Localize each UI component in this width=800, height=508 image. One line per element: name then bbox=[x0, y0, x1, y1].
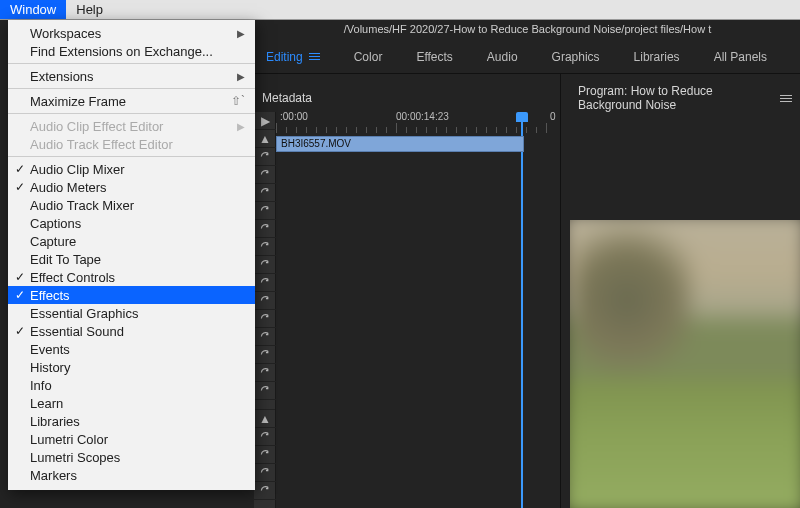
track-sync-lock-icon[interactable] bbox=[254, 346, 276, 364]
menu-item-lumetri-scopes[interactable]: Lumetri Scopes bbox=[8, 448, 255, 466]
timecode-label: 0 bbox=[550, 111, 556, 122]
track-sync-lock-icon[interactable] bbox=[254, 184, 276, 202]
menu-item-effect-controls[interactable]: ✓Effect Controls bbox=[8, 268, 255, 286]
workspace-tab-libraries[interactable]: Libraries bbox=[634, 50, 680, 64]
workspace-tab-effects[interactable]: Effects bbox=[416, 50, 452, 64]
menu-item-audio-track-editor: Audio Track Effect Editor bbox=[8, 135, 255, 153]
menu-shortcut: ⇧` bbox=[231, 94, 245, 108]
workspace-tabs: Editing Color Effects Audio Graphics Lib… bbox=[254, 40, 800, 74]
menu-item-markers[interactable]: Markers bbox=[8, 466, 255, 484]
track-sync-lock-icon[interactable] bbox=[254, 310, 276, 328]
track-sync-lock-icon[interactable] bbox=[254, 382, 276, 400]
track-sync-lock-icon[interactable] bbox=[254, 292, 276, 310]
workspace-tab-all-panels[interactable]: All Panels bbox=[714, 50, 767, 64]
menu-item-capture[interactable]: Capture bbox=[8, 232, 255, 250]
menu-item-lumetri-color[interactable]: Lumetri Color bbox=[8, 430, 255, 448]
panel-program-tab[interactable]: Program: How to Reduce Background Noise bbox=[570, 83, 800, 113]
menu-item-essential-graphics[interactable]: Essential Graphics bbox=[8, 304, 255, 322]
timeline-panel: ▶ ▲ ▲ :00:00 00:00:14:23 0 bbox=[254, 112, 560, 508]
timeline-play-icon[interactable]: ▶ bbox=[254, 112, 276, 130]
menu-item-history[interactable]: History bbox=[8, 358, 255, 376]
check-icon: ✓ bbox=[12, 180, 28, 194]
menu-item-events[interactable]: Events bbox=[8, 340, 255, 358]
hamburger-icon[interactable] bbox=[309, 53, 320, 60]
menu-item-learn[interactable]: Learn bbox=[8, 394, 255, 412]
check-icon: ✓ bbox=[12, 324, 28, 338]
menu-item-find-extensions[interactable]: Find Extensions on Exchange... bbox=[8, 42, 255, 60]
track-sync-lock-icon[interactable] bbox=[254, 166, 276, 184]
window-menu-dropdown: Workspaces▶ Find Extensions on Exchange.… bbox=[8, 20, 255, 490]
check-icon: ✓ bbox=[12, 288, 28, 302]
workspace-tab-audio[interactable]: Audio bbox=[487, 50, 518, 64]
menu-item-edit-to-tape[interactable]: Edit To Tape bbox=[8, 250, 255, 268]
track-sync-lock-icon[interactable] bbox=[254, 364, 276, 382]
ruler-ticks bbox=[276, 123, 560, 133]
workspace-tab-editing[interactable]: Editing bbox=[266, 50, 320, 64]
menu-item-workspaces[interactable]: Workspaces▶ bbox=[8, 24, 255, 42]
timecode-label: :00:00 bbox=[280, 111, 308, 122]
menu-bar: Window Help bbox=[0, 0, 800, 20]
panel-divider[interactable] bbox=[560, 74, 561, 508]
track-sync-lock-icon[interactable] bbox=[254, 202, 276, 220]
menu-separator bbox=[8, 63, 255, 64]
track-sync-lock-icon[interactable] bbox=[254, 148, 276, 166]
track-expand-icon[interactable]: ▲ bbox=[254, 410, 276, 428]
track-collapse-icon[interactable]: ▲ bbox=[254, 130, 276, 148]
menu-separator bbox=[8, 113, 255, 114]
workspace-tab-graphics[interactable]: Graphics bbox=[552, 50, 600, 64]
menu-item-audio-meters[interactable]: ✓Audio Meters bbox=[8, 178, 255, 196]
menu-separator bbox=[8, 156, 255, 157]
playhead[interactable] bbox=[516, 112, 528, 122]
track-sync-lock-icon[interactable] bbox=[254, 464, 276, 482]
menu-item-libraries[interactable]: Libraries bbox=[8, 412, 255, 430]
track-sync-lock-icon[interactable] bbox=[254, 220, 276, 238]
workspace-tab-label: Editing bbox=[266, 50, 303, 64]
track-sync-lock-icon[interactable] bbox=[254, 238, 276, 256]
track-sync-lock-icon[interactable] bbox=[254, 482, 276, 500]
menu-item-audio-track-mixer[interactable]: Audio Track Mixer bbox=[8, 196, 255, 214]
video-preview-frame bbox=[570, 220, 800, 508]
submenu-arrow-icon: ▶ bbox=[237, 121, 245, 132]
check-icon: ✓ bbox=[12, 270, 28, 284]
workspace-tab-color[interactable]: Color bbox=[354, 50, 383, 64]
track-sync-lock-icon[interactable] bbox=[254, 256, 276, 274]
track-header-column: ▶ ▲ ▲ bbox=[254, 112, 276, 508]
menu-item-essential-sound[interactable]: ✓Essential Sound bbox=[8, 322, 255, 340]
panel-menu-icon[interactable] bbox=[780, 95, 792, 102]
check-icon: ✓ bbox=[12, 162, 28, 176]
menu-item-info[interactable]: Info bbox=[8, 376, 255, 394]
track-sync-lock-icon[interactable] bbox=[254, 446, 276, 464]
timecode-label: 00:00:14:23 bbox=[396, 111, 449, 122]
panel-metadata-tab[interactable]: Metadata bbox=[254, 83, 314, 113]
menu-help[interactable]: Help bbox=[66, 0, 113, 19]
menu-item-extensions[interactable]: Extensions▶ bbox=[8, 67, 255, 85]
panel-title: Program: How to Reduce Background Noise bbox=[578, 84, 774, 112]
menu-item-audio-clip-editor: Audio Clip Effect Editor▶ bbox=[8, 117, 255, 135]
submenu-arrow-icon: ▶ bbox=[237, 71, 245, 82]
track-sync-lock-icon[interactable] bbox=[254, 428, 276, 446]
window-title-path: /Volumes/HF 2020/27-How to Reduce Backgr… bbox=[255, 20, 800, 38]
panel-title: Metadata bbox=[262, 91, 312, 105]
menu-item-captions[interactable]: Captions bbox=[8, 214, 255, 232]
program-monitor[interactable] bbox=[570, 220, 800, 508]
menu-item-audio-clip-mixer[interactable]: ✓Audio Clip Mixer bbox=[8, 160, 255, 178]
menu-item-effects[interactable]: ✓Effects bbox=[8, 286, 255, 304]
time-ruler[interactable]: :00:00 00:00:14:23 0 bbox=[276, 112, 560, 134]
submenu-arrow-icon: ▶ bbox=[237, 28, 245, 39]
menu-item-maximize-frame[interactable]: Maximize Frame⇧` bbox=[8, 92, 255, 110]
timeline-clip[interactable]: BH3I6557.MOV bbox=[276, 136, 524, 152]
track-sync-lock-icon[interactable] bbox=[254, 274, 276, 292]
menu-separator bbox=[8, 88, 255, 89]
track-sync-lock-icon[interactable] bbox=[254, 328, 276, 346]
menu-window[interactable]: Window bbox=[0, 0, 66, 19]
